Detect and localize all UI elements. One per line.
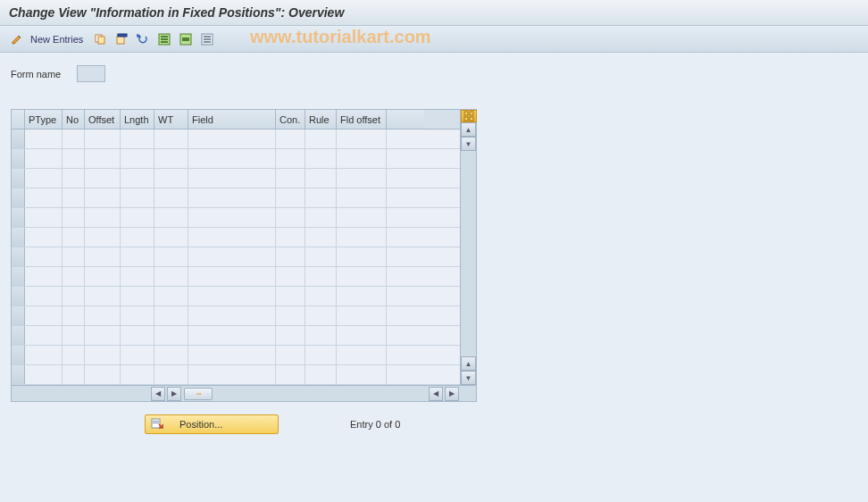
cell-offset[interactable] (85, 267, 121, 286)
col-field[interactable]: Field (188, 110, 276, 129)
cell-field[interactable] (188, 326, 276, 345)
cell-fldoffset[interactable] (337, 287, 387, 305)
cell-fldoffset[interactable] (337, 169, 387, 188)
cell-extra[interactable] (387, 326, 424, 345)
cell-wt[interactable] (154, 287, 188, 305)
cell-con[interactable] (276, 149, 305, 168)
cell-rule[interactable] (305, 267, 337, 286)
cell-field[interactable] (188, 130, 276, 148)
col-fldoffset[interactable]: Fld offset (337, 110, 387, 129)
select-all-icon[interactable] (156, 31, 172, 47)
table-row[interactable] (12, 346, 460, 365)
cell-extra[interactable] (387, 228, 424, 247)
cell-offset[interactable] (85, 247, 121, 266)
cell-wt[interactable] (154, 267, 188, 286)
col-extra[interactable] (387, 110, 424, 129)
cell-wt[interactable] (154, 326, 188, 345)
cell-no[interactable] (63, 287, 85, 305)
undo-icon[interactable] (135, 31, 151, 47)
cell-wt[interactable] (154, 346, 188, 364)
row-selector[interactable] (12, 346, 25, 364)
cell-lngth[interactable] (121, 130, 154, 148)
cell-extra[interactable] (387, 130, 424, 148)
cell-extra[interactable] (387, 208, 424, 227)
cell-wt[interactable] (154, 169, 188, 188)
cell-lngth[interactable] (121, 169, 154, 188)
cell-offset[interactable] (85, 208, 121, 227)
cell-no[interactable] (63, 267, 85, 286)
row-selector-header[interactable] (12, 110, 25, 129)
cell-extra[interactable] (387, 365, 424, 384)
cell-field[interactable] (188, 208, 276, 227)
scroll-track[interactable] (461, 151, 476, 356)
deselect-all-icon[interactable] (199, 31, 215, 47)
cell-field[interactable] (188, 346, 276, 364)
cell-wt[interactable] (154, 188, 188, 207)
cell-fldoffset[interactable] (337, 247, 387, 266)
cell-no[interactable] (63, 208, 85, 227)
table-row[interactable] (12, 267, 460, 287)
cell-rule[interactable] (305, 346, 337, 364)
cell-offset[interactable] (85, 169, 121, 188)
cell-lngth[interactable] (121, 267, 154, 286)
cell-con[interactable] (276, 188, 305, 207)
cell-fldoffset[interactable] (337, 149, 387, 168)
cell-extra[interactable] (387, 188, 424, 207)
cell-rule[interactable] (305, 208, 337, 227)
col-offset[interactable]: Offset (85, 110, 121, 129)
cell-field[interactable] (188, 267, 276, 286)
cell-lngth[interactable] (121, 188, 154, 207)
row-selector[interactable] (12, 228, 25, 247)
scroll-col-right-icon[interactable]: ◀ (429, 387, 443, 401)
scroll-line-down-icon[interactable]: ▲ (461, 356, 476, 371)
cell-lngth[interactable] (121, 346, 154, 364)
horizontal-scrollbar[interactable]: ◀ ▶ ┅ ◀ ▶ (12, 385, 476, 401)
cell-lngth[interactable] (121, 228, 154, 247)
table-row[interactable] (12, 287, 460, 306)
cell-wt[interactable] (154, 208, 188, 227)
cell-ptype[interactable] (25, 169, 63, 188)
cell-offset[interactable] (85, 346, 121, 364)
col-ptype[interactable]: PType (25, 110, 63, 129)
cell-rule[interactable] (305, 188, 337, 207)
cell-ptype[interactable] (25, 149, 63, 168)
scroll-col-left-icon[interactable]: ▶ (167, 387, 181, 401)
col-wt[interactable]: WT (154, 110, 188, 129)
cell-no[interactable] (63, 228, 85, 247)
scroll-left-icon[interactable]: ◀ (151, 387, 165, 401)
cell-no[interactable] (63, 365, 85, 384)
cell-offset[interactable] (85, 306, 121, 325)
cell-fldoffset[interactable] (337, 267, 387, 286)
scroll-line-up-icon[interactable]: ▼ (461, 137, 476, 151)
cell-rule[interactable] (305, 169, 337, 188)
row-selector[interactable] (12, 267, 25, 286)
table-row[interactable] (12, 247, 460, 267)
cell-extra[interactable] (387, 149, 424, 168)
cell-fldoffset[interactable] (337, 130, 387, 148)
cell-offset[interactable] (85, 188, 121, 207)
cell-ptype[interactable] (25, 130, 63, 148)
cell-con[interactable] (276, 326, 305, 345)
row-selector[interactable] (12, 188, 25, 207)
select-block-icon[interactable] (178, 31, 194, 47)
cell-offset[interactable] (85, 287, 121, 305)
cell-ptype[interactable] (25, 247, 63, 266)
cell-wt[interactable] (154, 228, 188, 247)
cell-lngth[interactable] (121, 326, 154, 345)
copy-icon[interactable] (92, 31, 108, 47)
row-selector[interactable] (12, 208, 25, 227)
cell-extra[interactable] (387, 169, 424, 188)
cell-wt[interactable] (154, 130, 188, 148)
cell-fldoffset[interactable] (337, 188, 387, 207)
cell-no[interactable] (63, 169, 85, 188)
cell-rule[interactable] (305, 287, 337, 305)
row-selector[interactable] (12, 130, 25, 148)
row-selector[interactable] (12, 365, 25, 384)
cell-extra[interactable] (387, 287, 424, 305)
cell-lngth[interactable] (121, 306, 154, 325)
cell-no[interactable] (63, 346, 85, 364)
table-row[interactable] (12, 149, 460, 169)
row-selector[interactable] (12, 306, 25, 325)
cell-field[interactable] (188, 365, 276, 384)
table-row[interactable] (12, 228, 460, 247)
